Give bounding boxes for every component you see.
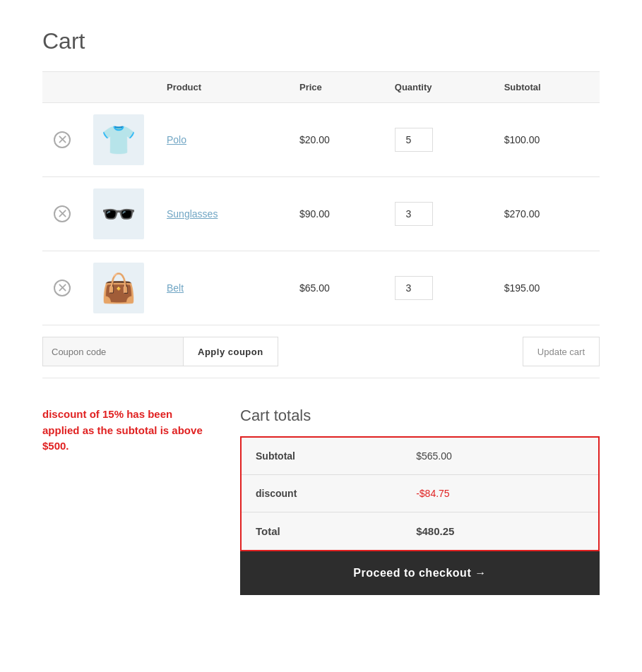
apply-coupon-button[interactable]: Apply coupon xyxy=(184,337,278,366)
remove-cell: ✕ xyxy=(42,103,82,177)
table-row: ✕ 👕 Polo $20.00 $100.00 xyxy=(42,103,600,177)
table-row: ✕ 🕶️ Sunglasses $90.00 $270.00 xyxy=(42,177,600,251)
product-image-cell: 👜 xyxy=(82,251,155,325)
discount-message: discount of 15% has been applied as the … xyxy=(42,407,212,455)
update-cart-button[interactable]: Update cart xyxy=(523,337,600,366)
coupon-input[interactable] xyxy=(42,337,184,366)
totals-row: Total $480.25 xyxy=(241,512,599,551)
product-icon: 👕 xyxy=(101,124,136,157)
coupon-row: Apply coupon Update cart xyxy=(42,325,600,378)
col-header-subtotal: Subtotal xyxy=(493,72,600,103)
proceed-to-checkout-button[interactable]: Proceed to checkout → xyxy=(240,551,600,595)
product-link[interactable]: Belt xyxy=(167,282,184,294)
product-image: 👜 xyxy=(93,263,144,313)
qty-cell xyxy=(384,177,493,251)
totals-row: discount -$84.75 xyxy=(241,475,599,512)
product-image-cell: 👕 xyxy=(82,103,155,177)
qty-input[interactable] xyxy=(395,128,433,152)
product-icon: 🕶️ xyxy=(101,198,136,231)
product-image-cell: 🕶️ xyxy=(82,177,155,251)
bottom-section: discount of 15% has been applied as the … xyxy=(42,407,600,595)
product-image: 🕶️ xyxy=(93,188,144,239)
subtotal-cell: $195.00 xyxy=(493,251,600,325)
product-icon: 👜 xyxy=(101,272,136,305)
price-cell: $20.00 xyxy=(288,103,384,177)
subtotal-cell: $100.00 xyxy=(493,103,600,177)
product-link[interactable]: Polo xyxy=(167,134,186,145)
price-cell: $65.00 xyxy=(288,251,384,325)
cart-table: Product Price Quantity Subtotal ✕ 👕 Polo… xyxy=(42,71,600,325)
totals-table: Subtotal $565.00 discount -$84.75 Total … xyxy=(240,436,600,551)
subtotal-cell: $270.00 xyxy=(493,177,600,251)
remove-cell: ✕ xyxy=(42,177,82,251)
table-row: ✕ 👜 Belt $65.00 $195.00 xyxy=(42,251,600,325)
qty-cell xyxy=(384,251,493,325)
qty-cell xyxy=(384,103,493,177)
product-name-cell: Belt xyxy=(155,251,288,325)
totals-value: -$84.75 xyxy=(402,475,599,512)
qty-input[interactable] xyxy=(395,276,433,300)
totals-value: $480.25 xyxy=(402,512,599,551)
totals-row: Subtotal $565.00 xyxy=(241,437,599,475)
totals-label: Total xyxy=(241,512,402,551)
qty-input[interactable] xyxy=(395,202,433,226)
totals-label: discount xyxy=(241,475,402,512)
remove-cell: ✕ xyxy=(42,251,82,325)
page-title: Cart xyxy=(42,28,600,54)
totals-value: $565.00 xyxy=(402,437,599,475)
cart-totals-title: Cart totals xyxy=(240,407,600,425)
col-header-image xyxy=(82,72,155,103)
product-name-cell: Polo xyxy=(155,103,288,177)
col-header-price: Price xyxy=(288,72,384,103)
totals-label: Subtotal xyxy=(241,437,402,475)
cart-totals: Cart totals Subtotal $565.00 discount -$… xyxy=(240,407,600,595)
col-header-quantity: Quantity xyxy=(384,72,493,103)
col-header-product: Product xyxy=(155,72,288,103)
price-cell: $90.00 xyxy=(288,177,384,251)
remove-item-button[interactable]: ✕ xyxy=(54,280,71,296)
checkout-btn-wrapper: Proceed to checkout → xyxy=(240,551,600,595)
product-link[interactable]: Sunglasses xyxy=(167,208,218,220)
col-header-remove xyxy=(42,72,82,103)
product-name-cell: Sunglasses xyxy=(155,177,288,251)
product-image: 👕 xyxy=(93,114,144,165)
remove-item-button[interactable]: ✕ xyxy=(54,205,71,222)
remove-item-button[interactable]: ✕ xyxy=(54,131,71,148)
